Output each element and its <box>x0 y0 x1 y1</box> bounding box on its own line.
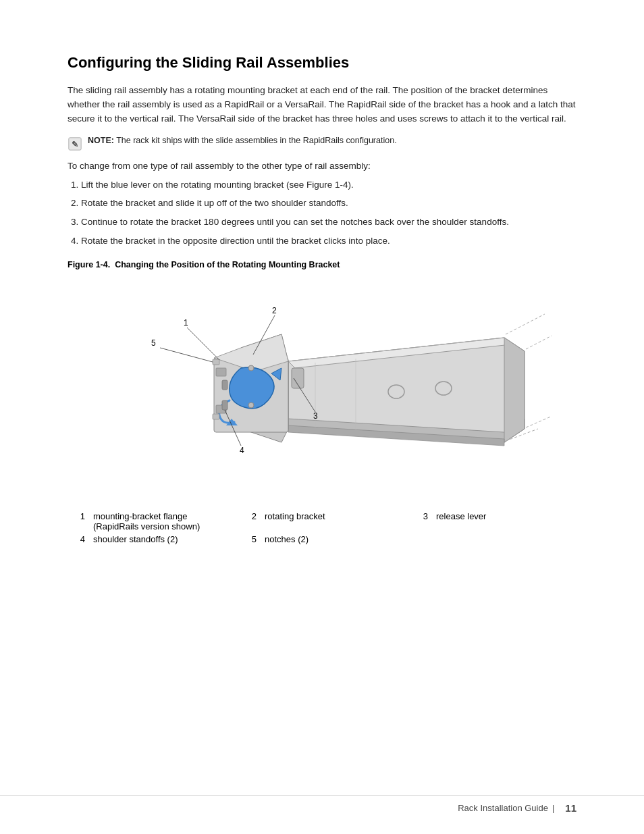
svg-line-37 <box>160 348 213 362</box>
svg-line-12 <box>506 314 545 334</box>
legend-table: 1 mounting-bracket flange(RapidRails ver… <box>68 511 576 544</box>
footer-separator: | <box>552 803 554 813</box>
svg-rect-27 <box>213 359 219 365</box>
svg-rect-26 <box>292 368 304 388</box>
legend-num-4: 4 <box>68 534 88 544</box>
figure-caption: Figure 1-4. Changing the Position of the… <box>68 260 576 269</box>
intro-paragraph: The sliding rail assembly has a rotating… <box>68 84 576 126</box>
svg-text:5: 5 <box>151 338 156 348</box>
footer: Rack Installation Guide | 11 <box>0 795 644 814</box>
change-intro: To change from one type of rail assembly… <box>68 161 576 171</box>
note-box: ✎ NOTE: The rack kit ships with the slid… <box>68 136 576 151</box>
page-title: Configuring the Sliding Rail Assemblies <box>68 54 576 72</box>
legend-num-3: 3 <box>410 511 431 521</box>
legend-label-3: release lever <box>436 511 576 521</box>
svg-text:✎: ✎ <box>72 139 78 149</box>
figure-caption-text: Changing the Position of the Rotating Mo… <box>115 260 340 269</box>
steps-list: Lift the blue lever on the rotating moun… <box>81 178 576 248</box>
step-3: Continue to rotate the bracket 180 degre… <box>81 215 576 230</box>
svg-line-14 <box>526 414 552 427</box>
svg-rect-24 <box>222 380 227 390</box>
figure-area: 1 2 3 4 5 <box>68 280 576 496</box>
step-1: Lift the blue lever on the rotating moun… <box>81 178 576 192</box>
step-4: Rotate the bracket in the opposite direc… <box>81 234 576 249</box>
figure-image: 1 2 3 4 5 <box>92 280 552 496</box>
legend-label-4: shoulder standoffs (2) <box>93 534 234 544</box>
svg-text:1: 1 <box>184 318 188 328</box>
note-text: NOTE: The rack kit ships with the slide … <box>88 136 397 145</box>
svg-marker-5 <box>504 338 525 442</box>
svg-rect-28 <box>213 414 219 419</box>
legend-label-2: rotating bracket <box>265 511 405 521</box>
legend-num-1: 1 <box>68 511 88 521</box>
note-icon: ✎ <box>68 136 82 151</box>
svg-line-13 <box>526 333 552 349</box>
svg-text:4: 4 <box>240 446 244 455</box>
figure-label: Figure 1-4. <box>68 260 110 269</box>
legend-num-5: 5 <box>239 534 259 544</box>
footer-guide: Rack Installation Guide <box>458 803 548 813</box>
footer-page-number: 11 <box>565 802 576 814</box>
step-2: Rotate the bracket and slide it up off o… <box>81 196 576 211</box>
svg-rect-20 <box>216 368 226 376</box>
legend-label-1: mounting-bracket flange(RapidRails versi… <box>93 511 234 531</box>
svg-rect-25 <box>222 400 227 410</box>
rail-illustration: 1 2 3 4 5 <box>92 280 552 496</box>
page-content: Configuring the Sliding Rail Assemblies … <box>0 0 644 590</box>
svg-point-23 <box>248 402 254 408</box>
legend-label-5: notches (2) <box>265 534 405 544</box>
legend-num-2: 2 <box>239 511 259 521</box>
svg-point-22 <box>248 365 254 371</box>
svg-text:3: 3 <box>313 411 318 421</box>
svg-line-29 <box>187 328 219 360</box>
svg-text:2: 2 <box>272 306 277 315</box>
